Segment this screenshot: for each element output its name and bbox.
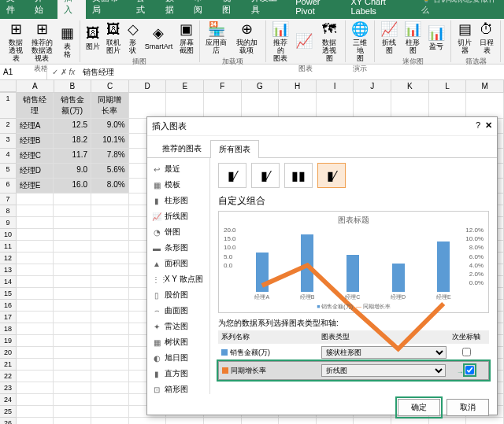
ribbon-btn[interactable]: ⊞数据透视表 xyxy=(6,20,26,64)
cell[interactable] xyxy=(54,394,91,406)
tab-layout[interactable]: 页面布局 xyxy=(86,0,131,19)
cell[interactable] xyxy=(17,394,54,406)
chart-cat-X Y 散点图[interactable]: ⋮⋮X Y 散点图 xyxy=(147,271,209,287)
cell[interactable] xyxy=(54,323,91,335)
row-header[interactable]: 5 xyxy=(0,164,17,179)
cell[interactable]: 经理D xyxy=(17,164,54,179)
row-header[interactable]: 14 xyxy=(0,276,17,288)
row-header[interactable]: 9 xyxy=(0,217,17,229)
chart-cat-旭日图[interactable]: ◐旭日图 xyxy=(147,350,209,366)
col-header[interactable]: L xyxy=(429,80,467,92)
cell[interactable]: 18.2 xyxy=(54,134,91,149)
cell[interactable] xyxy=(91,205,129,217)
cell[interactable] xyxy=(242,93,280,119)
cell[interactable] xyxy=(17,418,54,424)
cell[interactable] xyxy=(91,276,129,288)
cell[interactable]: 经理B xyxy=(17,134,54,149)
cell[interactable]: 11.7 xyxy=(54,149,91,164)
tab-home[interactable]: 开始 xyxy=(28,0,57,19)
col-header[interactable]: H xyxy=(279,80,317,92)
subtype-4[interactable]: ▮⁄ xyxy=(317,163,346,188)
row-header[interactable]: 17 xyxy=(0,312,17,323)
cell[interactable]: 销售经理 xyxy=(17,93,54,119)
col-header[interactable]: I xyxy=(317,80,354,92)
subtype-3[interactable]: ▮▮ xyxy=(284,163,313,188)
tab-review[interactable]: 审阅 xyxy=(187,0,216,19)
row-header[interactable]: 20 xyxy=(0,347,17,359)
cell[interactable]: 9.0 xyxy=(54,164,91,179)
chart-cat-折线图[interactable]: 📈折线图 xyxy=(147,208,209,224)
cell[interactable] xyxy=(17,300,54,312)
cell[interactable] xyxy=(54,371,91,382)
subtype-1[interactable]: ▮⁄ xyxy=(218,163,246,188)
ribbon-btn[interactable]: 🏪应用商店 xyxy=(203,20,229,57)
chart-cat-雷达图[interactable]: ✦雷达图 xyxy=(147,319,209,334)
cell[interactable] xyxy=(17,194,54,205)
cell[interactable] xyxy=(91,359,129,371)
tab-dev[interactable]: 开发工具 xyxy=(245,0,290,19)
cell[interactable]: 5.6% xyxy=(91,164,129,179)
col-header[interactable]: A xyxy=(17,80,54,92)
cell[interactable] xyxy=(17,253,54,264)
subtype-2[interactable]: ▮⁄ xyxy=(251,163,280,188)
chart-cat-饼图[interactable]: ◔饼图 xyxy=(147,224,209,240)
dialog-tab-recommended[interactable]: 推荐的图表 xyxy=(154,139,210,157)
row-header[interactable]: 13 xyxy=(0,264,17,276)
ribbon-btn[interactable]: ▤切片器 xyxy=(454,20,475,57)
cell[interactable] xyxy=(466,93,504,119)
col-header[interactable]: B xyxy=(54,80,92,92)
cell[interactable] xyxy=(54,359,91,371)
cell[interactable]: 经理E xyxy=(17,179,54,194)
cell[interactable] xyxy=(17,347,54,359)
help-icon[interactable]: ? xyxy=(476,120,480,132)
cell[interactable] xyxy=(17,335,54,347)
cell[interactable] xyxy=(429,93,467,119)
cell[interactable] xyxy=(91,394,129,406)
chart-cat-最近[interactable]: ↩最近 xyxy=(147,161,209,177)
row-header[interactable]: 7 xyxy=(0,194,17,205)
cell[interactable]: 销售金额(万) xyxy=(54,93,91,119)
ribbon-btn[interactable]: ⊞推荐的数据透视表 xyxy=(28,20,57,64)
cell[interactable]: 同期增长率 xyxy=(91,93,129,119)
formula-value[interactable]: 销售经理 xyxy=(80,67,117,78)
ribbon-btn[interactable]: ▣屏幕截图 xyxy=(176,20,196,57)
cell[interactable] xyxy=(54,418,91,424)
select-all[interactable] xyxy=(0,80,17,92)
cell[interactable]: 12.5 xyxy=(54,119,91,134)
cell[interactable] xyxy=(391,93,429,119)
chart-cat-箱形图[interactable]: ⊡箱形图 xyxy=(147,382,209,394)
ribbon-btn[interactable]: ⏱日程表 xyxy=(476,20,497,57)
cell[interactable] xyxy=(54,406,91,418)
ribbon-btn[interactable]: ◈SmartArt xyxy=(143,24,176,53)
col-header[interactable]: F xyxy=(204,80,242,92)
cell[interactable] xyxy=(91,253,129,264)
cell[interactable] xyxy=(354,93,391,119)
row-header[interactable]: 12 xyxy=(0,253,17,264)
chart-cat-曲面图[interactable]: ⌢曲面图 xyxy=(147,303,209,319)
cell[interactable] xyxy=(54,312,91,323)
dialog-tab-all[interactable]: 所有图表 xyxy=(210,140,259,158)
cell[interactable] xyxy=(91,418,129,424)
cell[interactable] xyxy=(91,323,129,335)
cell[interactable] xyxy=(91,288,129,300)
row-header[interactable]: 10 xyxy=(0,229,17,241)
tab-view[interactable]: 视图 xyxy=(216,0,244,19)
ribbon-btn[interactable]: 🖼图片 xyxy=(83,24,102,53)
fx-icon[interactable]: ✓ ✗ fx xyxy=(47,68,80,76)
cell[interactable] xyxy=(91,335,129,347)
cell[interactable] xyxy=(17,205,54,217)
cell[interactable] xyxy=(17,382,54,394)
chart-cat-股价图[interactable]: ▯股价图 xyxy=(147,287,209,303)
ribbon-btn[interactable]: 📊推荐的图表 xyxy=(269,20,291,64)
ribbon-btn[interactable]: 📊柱形图 xyxy=(402,20,424,57)
cell[interactable]: 10.1% xyxy=(91,134,129,149)
row-header[interactable]: 26 xyxy=(0,418,17,424)
cell[interactable] xyxy=(91,382,129,394)
cell[interactable] xyxy=(91,300,129,312)
ribbon-btn[interactable]: 📈折线图 xyxy=(378,20,400,57)
ribbon-btn[interactable]: ▦表格 xyxy=(58,24,76,61)
chart-cat-直方图[interactable]: ▮直方图 xyxy=(147,366,209,382)
cell[interactable] xyxy=(54,229,91,241)
cell[interactable] xyxy=(54,253,91,264)
row-header[interactable]: 24 xyxy=(0,394,17,406)
